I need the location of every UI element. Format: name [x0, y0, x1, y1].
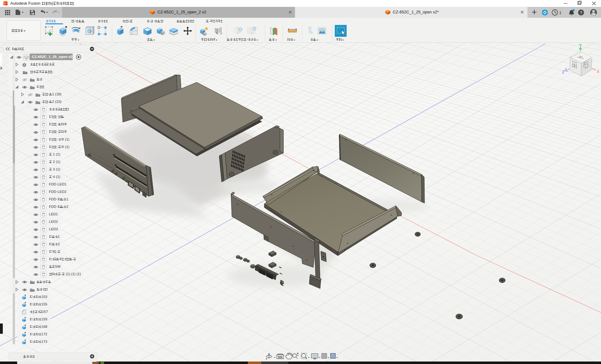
svg-text:?: ? [580, 10, 582, 15]
svg-text:Y: Y [579, 43, 582, 48]
svg-text:Z: Z [562, 70, 565, 74]
svg-text:1: 1 [559, 11, 561, 15]
svg-text:F: F [4, 2, 6, 5]
svg-text:X: X [597, 69, 599, 74]
